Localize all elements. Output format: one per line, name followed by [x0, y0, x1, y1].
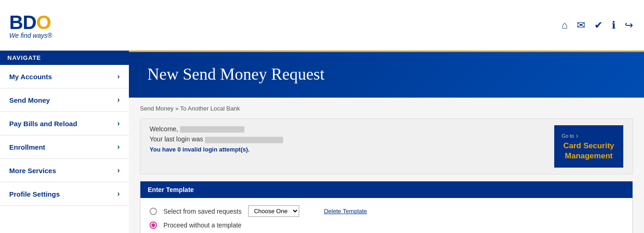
chevron-right-icon: ›	[117, 166, 120, 175]
sidebar-item-pay-bills[interactable]: Pay Bills and Reload ›	[0, 112, 129, 135]
radio-no-template[interactable]	[150, 221, 157, 229]
welcome-line: Welcome,	[150, 125, 283, 133]
sidebar-item-profile-settings[interactable]: Profile Settings ›	[0, 182, 129, 206]
arrow-right-icon: ›	[576, 132, 578, 140]
breadcrumb-current: To Another Local Bank	[180, 105, 240, 112]
home-icon[interactable]: ⌂	[562, 19, 568, 31]
chevron-right-icon: ›	[117, 143, 120, 151]
chevron-right-icon: ›	[117, 190, 120, 198]
last-login-line: Your last login was	[150, 135, 283, 143]
page-title: New Send Money Request	[147, 64, 626, 84]
login-alert: You have 0 invalid login attempt(s).	[150, 146, 283, 153]
chevron-right-icon: ›	[117, 119, 120, 128]
logo-tagline: We find ways®	[9, 32, 52, 39]
delete-template-link[interactable]: Delete Template	[324, 208, 367, 215]
username-masked	[180, 126, 244, 133]
main-layout: NAVIGATE My Accounts › Send Money › Pay …	[0, 51, 644, 233]
sidebar-item-send-money[interactable]: Send Money ›	[0, 88, 129, 112]
chevron-right-icon: ›	[117, 72, 120, 81]
check-icon[interactable]: ✔	[594, 19, 603, 31]
logout-icon[interactable]: ↪	[625, 19, 633, 31]
template-section-body: Select from saved requests Choose One De…	[140, 198, 632, 233]
last-login-prefix: Your last login was	[150, 135, 203, 143]
template-section-header: Enter Template	[140, 181, 632, 198]
option2-label: Proceed without a template	[163, 221, 242, 229]
content-area: New Send Money Request Send Money » To A…	[129, 51, 644, 233]
sidebar-item-enrollment[interactable]: Enrollment ›	[0, 135, 129, 159]
saved-requests-select[interactable]: Choose One	[248, 205, 299, 217]
template-section: Enter Template Select from saved request…	[140, 181, 633, 233]
welcome-prefix: Welcome,	[150, 125, 178, 133]
last-login-masked	[205, 137, 283, 143]
sidebar-item-more-services[interactable]: More Services ›	[0, 159, 129, 182]
logo-text: BDO	[9, 12, 52, 34]
option1-label: Select from saved requests	[163, 208, 242, 215]
radio-select-saved[interactable]	[150, 208, 157, 215]
template-option1-row: Select from saved requests Choose One De…	[150, 205, 623, 217]
logo: BDO We find ways®	[9, 12, 52, 39]
breadcrumb-separator: »	[175, 105, 179, 112]
card-security-title: Card Security Management	[562, 141, 616, 161]
breadcrumb: Send Money » To Another Local Bank	[140, 105, 633, 112]
sidebar-item-my-accounts[interactable]: My Accounts ›	[0, 65, 129, 88]
content-body: Send Money » To Another Local Bank Welco…	[129, 98, 644, 233]
sidebar: NAVIGATE My Accounts › Send Money › Pay …	[0, 51, 129, 233]
page-header: New Send Money Request	[129, 51, 644, 98]
card-security-button[interactable]: Go to › Card Security Management	[554, 125, 623, 168]
top-bar: BDO We find ways® ⌂ ✉ ✔ ℹ ↪	[0, 0, 644, 51]
welcome-section: Welcome, Your last login was You have 0 …	[140, 118, 633, 175]
info-icon[interactable]: ℹ	[612, 19, 615, 31]
welcome-text: Welcome, Your last login was You have 0 …	[150, 125, 283, 153]
breadcrumb-parent: Send Money	[140, 105, 174, 112]
top-icons-bar: ⌂ ✉ ✔ ℹ ↪	[562, 19, 633, 31]
card-security-goto: Go to ›	[562, 132, 616, 140]
mail-icon[interactable]: ✉	[577, 19, 585, 31]
chevron-right-icon: ›	[117, 96, 120, 104]
template-option2-row: Proceed without a template	[150, 221, 623, 229]
nav-label: NAVIGATE	[0, 51, 129, 65]
